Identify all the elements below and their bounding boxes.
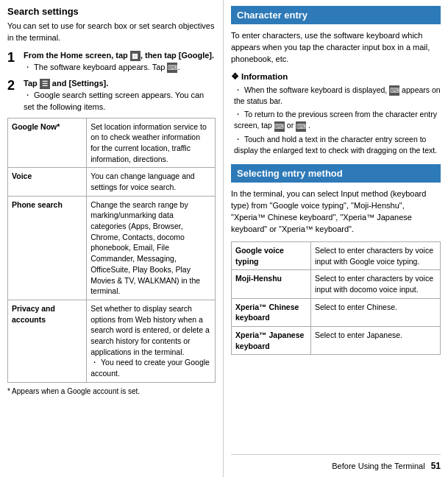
search-settings-title: Search settings — [7, 6, 216, 17]
left-column: Search settings You can set to use for s… — [0, 0, 224, 477]
char-entry-intro: To enter characters, use the software ke… — [231, 30, 441, 66]
step-1-content: From the Home screen, tap ▦, then tap [G… — [24, 50, 214, 74]
step-1-main: From the Home screen, tap ▦, then tap [G… — [24, 51, 214, 60]
search-settings-intro: You can set to use for search box or set… — [7, 21, 216, 44]
step-1: 1 From the Home screen, tap ▦, then tap … — [7, 50, 216, 74]
settings-label: Phone search — [8, 196, 87, 300]
settings-label: Privacy and accounts — [8, 300, 87, 382]
table-row: Privacy and accountsSet whether to displ… — [8, 300, 216, 382]
right-column: Character entry To enter characters, use… — [224, 0, 448, 477]
method-desc: Select to enter characters by voice inpu… — [310, 270, 440, 298]
method-table: Google voice typingSelect to enter chara… — [231, 241, 441, 356]
info-section: Information When the software keyboard i… — [231, 71, 441, 158]
method-desc: Select to enter Japanese. — [310, 327, 440, 355]
info-bullets-list: When the software keyboard is displayed,… — [231, 85, 441, 156]
home-grid-icon: ▦ — [130, 51, 141, 61]
table-row: Phone searchChange the search range by m… — [8, 196, 216, 300]
step-2-main: Tap ☰ and [Settings]. — [24, 79, 108, 88]
settings-label: Google Now* — [8, 118, 87, 168]
page-number: 51 — [431, 461, 441, 471]
icon: ⌨ — [296, 121, 306, 132]
footnote: * Appears when a Google account is set. — [7, 387, 216, 395]
settings-desc: Set location information service to on t… — [87, 118, 216, 168]
table-row: Google Now*Set location information serv… — [8, 118, 216, 168]
step-1-bullet: The software keyboard appears. Tap ⌨. — [24, 62, 214, 74]
step-2: 2 Tap ☰ and [Settings]. Google search se… — [7, 78, 216, 113]
step-2-number: 2 — [7, 78, 19, 113]
char-entry-header: Character entry — [231, 6, 441, 24]
settings-desc: Change the search range by marking/unmar… — [87, 196, 216, 300]
list-item: Touch and hold a text in the character e… — [234, 134, 441, 156]
select-method-intro: In the terminal, you can select Input me… — [231, 188, 441, 236]
settings-desc: Set whether to display search options fr… — [87, 300, 216, 382]
step-2-bullet: Google search setting screen appears. Yo… — [24, 90, 216, 113]
method-label: Xperia™ Chinese keyboard — [232, 298, 311, 326]
table-row: Xperia™ Chinese keyboardSelect to enter … — [232, 298, 441, 326]
step-1-number: 1 — [7, 50, 19, 74]
method-label: Moji-Henshu — [232, 270, 311, 298]
step-2-content: Tap ☰ and [Settings]. Google search sett… — [24, 78, 216, 113]
settings-desc: You can change language and settings for… — [87, 168, 216, 196]
list-item: When the software keyboard is displayed,… — [234, 85, 441, 107]
method-label: Xperia™ Japanese keyboard — [232, 327, 311, 355]
table-row: VoiceYou can change language and setting… — [8, 168, 216, 196]
keyboard-icon: ⌨ — [167, 63, 177, 73]
select-method-header: Selecting entry method — [231, 164, 441, 183]
icon: ⌨ — [274, 121, 285, 132]
list-item: To return to the previous screen from th… — [234, 109, 441, 131]
settings-label: Voice — [8, 168, 87, 196]
icon: ⌨ — [389, 85, 399, 96]
before-using-text: Before Using the Terminal — [332, 462, 424, 470]
settings-table: Google Now*Set location information serv… — [7, 118, 216, 383]
table-row: Moji-HenshuSelect to enter characters by… — [232, 270, 441, 298]
info-title: Information — [231, 71, 441, 82]
method-desc: Select to enter Chinese. — [310, 298, 440, 326]
menu-icon: ☰ — [40, 79, 50, 89]
table-row: Xperia™ Japanese keyboardSelect to enter… — [232, 327, 441, 355]
table-row: Google voice typingSelect to enter chara… — [232, 241, 441, 269]
bottom-bar: Before Using the Terminal 51 — [231, 454, 441, 471]
method-label: Google voice typing — [232, 241, 311, 269]
method-desc: Select to enter characters by voice inpu… — [310, 241, 440, 269]
list-item: ・ You need to create your Google account… — [90, 357, 211, 378]
